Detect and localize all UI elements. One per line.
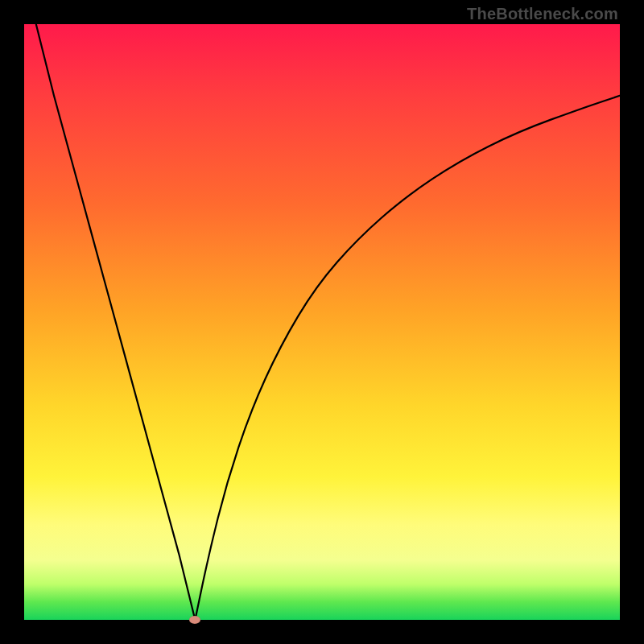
bottleneck-curve	[24, 24, 620, 620]
watermark-text: TheBottleneck.com	[467, 5, 618, 23]
chart-frame: TheBottleneck.com	[0, 0, 644, 644]
optimal-point-marker	[189, 616, 200, 624]
plot-area	[24, 24, 620, 620]
curve-path	[36, 24, 620, 620]
